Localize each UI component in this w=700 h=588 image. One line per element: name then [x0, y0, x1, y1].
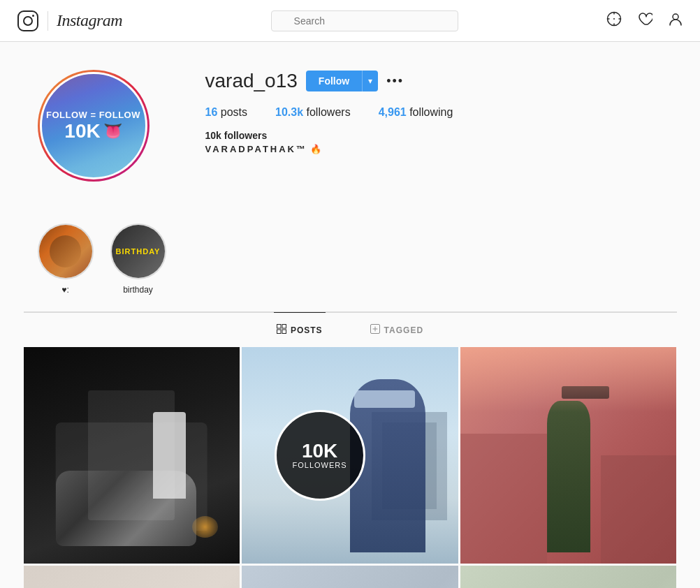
search-area: 🔍	[271, 10, 458, 31]
svg-point-1	[24, 17, 32, 25]
avatar-wrapper: FOLLOW = FOLLOW 10K 👅	[38, 70, 150, 182]
posts-tab-icon	[277, 324, 286, 336]
story-circle-hearts	[38, 223, 94, 279]
profile-section: FOLLOW = FOLLOW 10K 👅 varad_o13 Follow ▾…	[24, 42, 677, 223]
following-count: 4,961	[379, 106, 407, 118]
stories-section: ♥: BIRTHDAY birthday	[24, 223, 677, 312]
svg-rect-6	[277, 325, 281, 329]
followers-stat[interactable]: 10.3k followers	[275, 106, 351, 119]
instagram-logo-icon	[17, 10, 39, 32]
following-stat[interactable]: 4,961 following	[379, 106, 453, 119]
avatar-text-top: FOLLOW = FOLLOW	[46, 110, 140, 120]
posts-label: posts	[221, 106, 247, 118]
header: Instagram 🔍	[0, 0, 700, 42]
search-wrapper: 🔍	[271, 10, 458, 31]
avatar-10k: 10K	[64, 120, 100, 142]
story-label-hearts: ♥:	[61, 285, 68, 295]
story-label-birthday: birthday	[123, 285, 153, 295]
post-cell-1[interactable]	[24, 347, 240, 564]
header-logo-area: Instagram	[17, 10, 122, 32]
post-cell-6[interactable]	[460, 566, 677, 588]
fire-emoji: 🔥	[310, 144, 323, 154]
profile-stats: 16 posts 10.3k followers 4,961 following	[205, 106, 663, 119]
follow-button[interactable]: Follow	[306, 71, 362, 91]
logo-divider	[48, 11, 48, 31]
profile-header: FOLLOW = FOLLOW 10K 👅 varad_o13 Follow ▾…	[38, 70, 663, 182]
app-name: Instagram	[57, 11, 122, 30]
profile-name-row: varad_o13 Follow ▾ •••	[205, 70, 663, 92]
post-cell-5[interactable]	[242, 566, 458, 588]
profile-bio-line1: 10k followers	[205, 130, 663, 141]
following-label: following	[409, 106, 453, 118]
tagline-text: VARADPATHAK™	[205, 144, 308, 154]
svg-rect-0	[18, 11, 38, 31]
profile-tagline: VARADPATHAK™ 🔥	[205, 144, 663, 154]
followers-count: 10.3k	[275, 106, 303, 118]
svg-point-2	[32, 15, 34, 17]
posts-stat: 16 posts	[205, 106, 248, 119]
svg-rect-8	[277, 330, 281, 334]
overlay-10k-text: 10K	[302, 441, 337, 461]
follow-group: Follow ▾	[306, 71, 378, 91]
story-circle-img-birthday: BIRTHDAY	[112, 225, 165, 278]
story-circle-birthday: BIRTHDAY	[110, 223, 166, 279]
tabs-section: POSTS TAGGED	[24, 312, 677, 347]
tagged-tab-icon	[370, 324, 380, 336]
profile-username: varad_o13	[205, 70, 298, 92]
story-circle-img-hearts	[39, 225, 92, 278]
post-cell-3[interactable]	[460, 347, 677, 564]
avatar-ring: FOLLOW = FOLLOW 10K 👅	[38, 70, 150, 182]
10k-overlay: 10K FOLLOWERS	[275, 410, 365, 501]
svg-rect-9	[282, 330, 286, 334]
profile-info: varad_o13 Follow ▾ ••• 16 posts 10.3k fo…	[205, 70, 663, 154]
header-nav	[606, 11, 683, 30]
follow-dropdown-button[interactable]: ▾	[362, 71, 378, 91]
svg-point-5	[673, 14, 678, 20]
svg-point-4	[613, 18, 615, 20]
tab-posts[interactable]: POSTS	[274, 312, 326, 347]
overlay-followers-text: FOLLOWERS	[293, 461, 347, 469]
tongue-emoji: 👅	[103, 122, 122, 140]
avatar-text-num: 10K 👅	[64, 120, 122, 142]
search-input[interactable]	[271, 10, 458, 31]
tab-tagged[interactable]: TAGGED	[367, 312, 426, 347]
more-options-button[interactable]: •••	[386, 74, 404, 89]
post-cell-4[interactable]	[24, 566, 240, 588]
story-item-hearts[interactable]: ♥:	[38, 223, 94, 295]
story-item-birthday[interactable]: BIRTHDAY birthday	[110, 223, 166, 295]
posts-grid: 10K FOLLOWERS	[24, 347, 677, 588]
tagged-tab-label: TAGGED	[384, 325, 423, 335]
avatar: FOLLOW = FOLLOW 10K 👅	[40, 72, 147, 179]
post-cell-2[interactable]: 10K FOLLOWERS	[242, 347, 458, 564]
posts-tab-label: POSTS	[291, 325, 323, 335]
posts-count: 16	[205, 106, 218, 118]
followers-label: followers	[307, 106, 351, 118]
compass-icon[interactable]	[606, 11, 622, 30]
svg-rect-7	[282, 325, 286, 329]
heart-icon[interactable]	[637, 11, 652, 30]
profile-icon[interactable]	[668, 11, 683, 30]
